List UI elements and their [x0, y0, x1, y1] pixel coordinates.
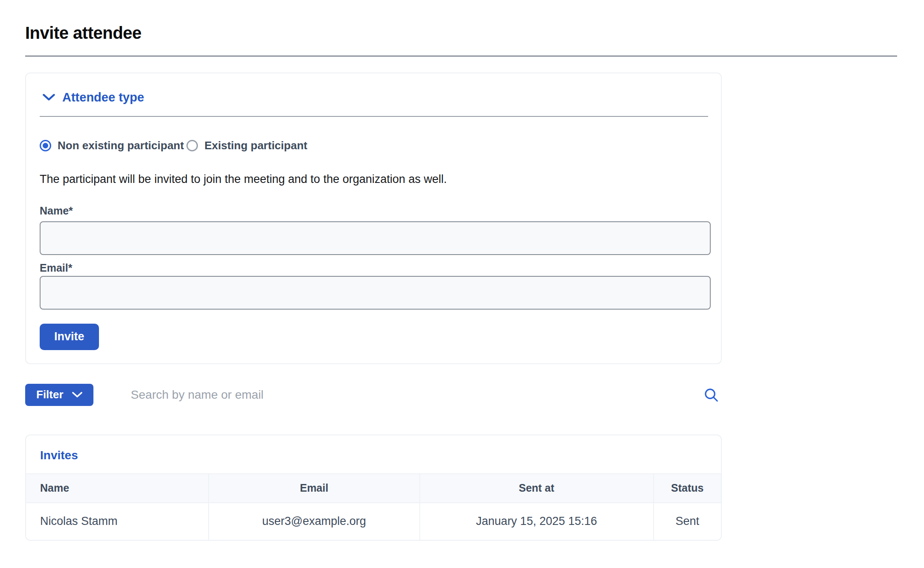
invites-card: Invites Name Email Sent at Status Nicola…	[25, 435, 722, 541]
invites-table: Name Email Sent at Status Nicolas Stamm …	[26, 473, 721, 540]
column-header-status: Status	[654, 474, 721, 503]
invite-email-cell: user3@example.org	[209, 503, 420, 540]
invites-table-header-row: Name Email Sent at Status	[26, 474, 721, 503]
email-input[interactable]	[40, 276, 711, 310]
attendee-type-section-title: Attendee type	[62, 90, 144, 104]
email-field-group: Email*	[40, 262, 708, 310]
table-row: Nicolas Stamm user3@example.org January …	[26, 503, 721, 540]
column-header-name: Name	[26, 474, 209, 503]
invite-status-cell: Sent	[654, 503, 721, 540]
invite-sent-at-cell: January 15, 2025 15:16	[420, 503, 654, 540]
chevron-down-icon	[43, 94, 55, 101]
column-header-email: Email	[209, 474, 420, 503]
radio-label: Non existing participant	[58, 139, 184, 152]
name-field-group: Name*	[40, 205, 708, 255]
invite-button[interactable]: Invite	[40, 324, 99, 350]
name-input[interactable]	[40, 221, 711, 255]
filter-search-row: Filter	[25, 384, 722, 406]
title-divider	[25, 55, 897, 57]
radio-non-existing-participant[interactable]: Non existing participant	[40, 139, 184, 152]
radio-selected-icon[interactable]	[40, 140, 51, 151]
attendee-form-card: Attendee type Non existing participant E…	[25, 72, 722, 364]
search-input[interactable]	[130, 388, 698, 402]
invite-description-text: The participant will be invited to join …	[40, 173, 708, 186]
invites-section-title: Invites	[26, 435, 721, 473]
chevron-down-icon	[72, 392, 82, 398]
radio-unselected-icon[interactable]	[186, 140, 198, 151]
radio-existing-participant[interactable]: Existing participant	[186, 139, 307, 152]
invite-name-cell: Nicolas Stamm	[26, 503, 209, 540]
search-icon	[703, 387, 719, 403]
filter-button[interactable]: Filter	[25, 384, 93, 406]
search-button[interactable]	[703, 387, 719, 403]
page-title: Invite attendee	[25, 23, 897, 43]
column-header-sent-at: Sent at	[420, 474, 654, 503]
name-field-label: Name*	[40, 205, 708, 217]
attendee-type-radio-group: Non existing participant Existing partic…	[40, 139, 708, 152]
invite-attendee-page: Invite attendee Attendee type Non existi…	[0, 23, 924, 541]
email-field-label: Email*	[40, 262, 708, 274]
attendee-type-section-toggle[interactable]: Attendee type	[43, 90, 708, 104]
radio-label: Existing participant	[204, 139, 307, 152]
section-divider	[40, 116, 708, 117]
filter-button-label: Filter	[36, 388, 64, 401]
